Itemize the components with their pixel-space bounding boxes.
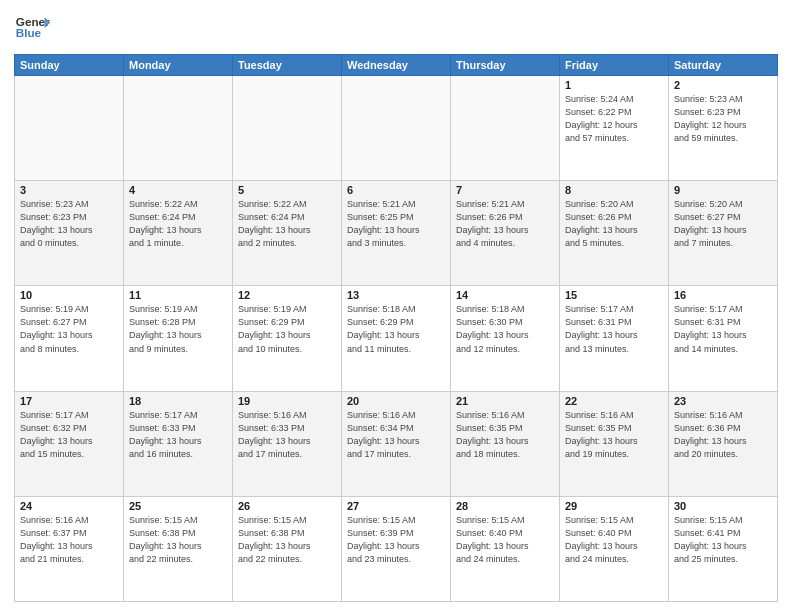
day-info: Sunrise: 5:23 AM Sunset: 6:23 PM Dayligh… [674,93,772,145]
day-info: Sunrise: 5:15 AM Sunset: 6:40 PM Dayligh… [456,514,554,566]
day-info: Sunrise: 5:17 AM Sunset: 6:32 PM Dayligh… [20,409,118,461]
day-info: Sunrise: 5:19 AM Sunset: 6:28 PM Dayligh… [129,303,227,355]
svg-text:Blue: Blue [16,26,42,39]
calendar-cell [451,76,560,181]
weekday-friday: Friday [560,55,669,76]
day-number: 19 [238,395,336,407]
day-number: 26 [238,500,336,512]
calendar-cell: 12Sunrise: 5:19 AM Sunset: 6:29 PM Dayli… [233,286,342,391]
logo-icon: General Blue [14,10,50,46]
day-number: 23 [674,395,772,407]
day-info: Sunrise: 5:24 AM Sunset: 6:22 PM Dayligh… [565,93,663,145]
day-number: 1 [565,79,663,91]
calendar-cell: 26Sunrise: 5:15 AM Sunset: 6:38 PM Dayli… [233,496,342,601]
calendar-cell: 17Sunrise: 5:17 AM Sunset: 6:32 PM Dayli… [15,391,124,496]
day-number: 8 [565,184,663,196]
day-number: 28 [456,500,554,512]
calendar-cell [233,76,342,181]
day-info: Sunrise: 5:17 AM Sunset: 6:31 PM Dayligh… [674,303,772,355]
calendar-cell: 19Sunrise: 5:16 AM Sunset: 6:33 PM Dayli… [233,391,342,496]
day-number: 6 [347,184,445,196]
calendar-cell: 6Sunrise: 5:21 AM Sunset: 6:25 PM Daylig… [342,181,451,286]
day-info: Sunrise: 5:20 AM Sunset: 6:27 PM Dayligh… [674,198,772,250]
day-info: Sunrise: 5:16 AM Sunset: 6:37 PM Dayligh… [20,514,118,566]
calendar-cell: 8Sunrise: 5:20 AM Sunset: 6:26 PM Daylig… [560,181,669,286]
day-info: Sunrise: 5:15 AM Sunset: 6:38 PM Dayligh… [238,514,336,566]
calendar-cell: 25Sunrise: 5:15 AM Sunset: 6:38 PM Dayli… [124,496,233,601]
day-number: 9 [674,184,772,196]
day-number: 10 [20,289,118,301]
calendar-cell: 1Sunrise: 5:24 AM Sunset: 6:22 PM Daylig… [560,76,669,181]
day-info: Sunrise: 5:19 AM Sunset: 6:29 PM Dayligh… [238,303,336,355]
day-number: 30 [674,500,772,512]
weekday-wednesday: Wednesday [342,55,451,76]
day-info: Sunrise: 5:22 AM Sunset: 6:24 PM Dayligh… [238,198,336,250]
calendar-cell: 30Sunrise: 5:15 AM Sunset: 6:41 PM Dayli… [669,496,778,601]
day-info: Sunrise: 5:22 AM Sunset: 6:24 PM Dayligh… [129,198,227,250]
day-info: Sunrise: 5:16 AM Sunset: 6:33 PM Dayligh… [238,409,336,461]
day-info: Sunrise: 5:16 AM Sunset: 6:35 PM Dayligh… [456,409,554,461]
calendar-cell: 9Sunrise: 5:20 AM Sunset: 6:27 PM Daylig… [669,181,778,286]
day-number: 25 [129,500,227,512]
day-number: 2 [674,79,772,91]
calendar-cell: 15Sunrise: 5:17 AM Sunset: 6:31 PM Dayli… [560,286,669,391]
day-number: 29 [565,500,663,512]
week-row-4: 17Sunrise: 5:17 AM Sunset: 6:32 PM Dayli… [15,391,778,496]
day-info: Sunrise: 5:19 AM Sunset: 6:27 PM Dayligh… [20,303,118,355]
day-info: Sunrise: 5:21 AM Sunset: 6:26 PM Dayligh… [456,198,554,250]
day-number: 13 [347,289,445,301]
day-number: 21 [456,395,554,407]
weekday-saturday: Saturday [669,55,778,76]
calendar-cell: 11Sunrise: 5:19 AM Sunset: 6:28 PM Dayli… [124,286,233,391]
day-info: Sunrise: 5:21 AM Sunset: 6:25 PM Dayligh… [347,198,445,250]
day-info: Sunrise: 5:17 AM Sunset: 6:31 PM Dayligh… [565,303,663,355]
calendar-cell [124,76,233,181]
calendar-cell: 4Sunrise: 5:22 AM Sunset: 6:24 PM Daylig… [124,181,233,286]
day-info: Sunrise: 5:16 AM Sunset: 6:34 PM Dayligh… [347,409,445,461]
day-number: 20 [347,395,445,407]
day-info: Sunrise: 5:18 AM Sunset: 6:29 PM Dayligh… [347,303,445,355]
day-number: 12 [238,289,336,301]
calendar-cell: 28Sunrise: 5:15 AM Sunset: 6:40 PM Dayli… [451,496,560,601]
header: General Blue [14,10,778,46]
calendar-cell: 18Sunrise: 5:17 AM Sunset: 6:33 PM Dayli… [124,391,233,496]
calendar-cell: 29Sunrise: 5:15 AM Sunset: 6:40 PM Dayli… [560,496,669,601]
day-info: Sunrise: 5:16 AM Sunset: 6:36 PM Dayligh… [674,409,772,461]
weekday-tuesday: Tuesday [233,55,342,76]
calendar-cell: 21Sunrise: 5:16 AM Sunset: 6:35 PM Dayli… [451,391,560,496]
day-number: 17 [20,395,118,407]
calendar-cell: 3Sunrise: 5:23 AM Sunset: 6:23 PM Daylig… [15,181,124,286]
calendar-cell [15,76,124,181]
calendar-cell: 13Sunrise: 5:18 AM Sunset: 6:29 PM Dayli… [342,286,451,391]
logo: General Blue [14,10,50,46]
day-info: Sunrise: 5:17 AM Sunset: 6:33 PM Dayligh… [129,409,227,461]
calendar-cell: 2Sunrise: 5:23 AM Sunset: 6:23 PM Daylig… [669,76,778,181]
day-number: 4 [129,184,227,196]
calendar-cell: 7Sunrise: 5:21 AM Sunset: 6:26 PM Daylig… [451,181,560,286]
weekday-sunday: Sunday [15,55,124,76]
calendar-cell: 24Sunrise: 5:16 AM Sunset: 6:37 PM Dayli… [15,496,124,601]
calendar-cell: 20Sunrise: 5:16 AM Sunset: 6:34 PM Dayli… [342,391,451,496]
day-number: 15 [565,289,663,301]
calendar-cell: 22Sunrise: 5:16 AM Sunset: 6:35 PM Dayli… [560,391,669,496]
day-number: 11 [129,289,227,301]
day-number: 27 [347,500,445,512]
day-info: Sunrise: 5:15 AM Sunset: 6:38 PM Dayligh… [129,514,227,566]
calendar-cell: 10Sunrise: 5:19 AM Sunset: 6:27 PM Dayli… [15,286,124,391]
day-info: Sunrise: 5:15 AM Sunset: 6:39 PM Dayligh… [347,514,445,566]
day-info: Sunrise: 5:16 AM Sunset: 6:35 PM Dayligh… [565,409,663,461]
calendar-cell: 27Sunrise: 5:15 AM Sunset: 6:39 PM Dayli… [342,496,451,601]
week-row-3: 10Sunrise: 5:19 AM Sunset: 6:27 PM Dayli… [15,286,778,391]
weekday-header-row: SundayMondayTuesdayWednesdayThursdayFrid… [15,55,778,76]
calendar-cell: 14Sunrise: 5:18 AM Sunset: 6:30 PM Dayli… [451,286,560,391]
day-number: 5 [238,184,336,196]
day-number: 3 [20,184,118,196]
calendar-cell [342,76,451,181]
day-number: 24 [20,500,118,512]
day-number: 16 [674,289,772,301]
weekday-monday: Monday [124,55,233,76]
weekday-thursday: Thursday [451,55,560,76]
day-number: 7 [456,184,554,196]
day-info: Sunrise: 5:20 AM Sunset: 6:26 PM Dayligh… [565,198,663,250]
week-row-2: 3Sunrise: 5:23 AM Sunset: 6:23 PM Daylig… [15,181,778,286]
